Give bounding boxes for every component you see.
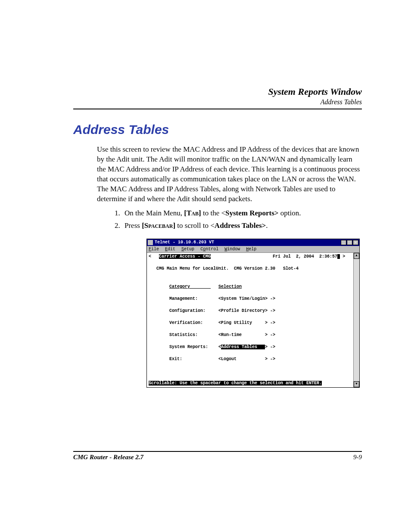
step-2-key: [Spacebar] bbox=[142, 221, 175, 230]
scroll-down-button[interactable]: ▼ bbox=[354, 381, 359, 387]
scroll-track[interactable] bbox=[354, 259, 359, 381]
intro-paragraph: Use this screen to review the MAC Addres… bbox=[97, 145, 362, 204]
step-1-post: option. bbox=[279, 209, 301, 217]
section-heading: Address Tables bbox=[73, 122, 362, 137]
page-footer: CMG Router - Release 2.7 9-9 bbox=[73, 451, 362, 461]
menu-edit[interactable]: Edit bbox=[165, 247, 175, 252]
page-header: System Reports Window Address Tables bbox=[73, 86, 362, 106]
menu-setup[interactable]: Setup bbox=[181, 247, 194, 252]
menu-help[interactable]: Help bbox=[246, 247, 256, 252]
header-rule bbox=[73, 109, 362, 109]
row-verification-sel[interactable]: <Ping Utility > -> bbox=[218, 320, 275, 325]
step-2-mid: to scroll to < bbox=[175, 221, 215, 230]
term-angle-r: > bbox=[340, 254, 345, 259]
row-statistics-sel[interactable]: <Run-time > -> bbox=[218, 333, 275, 337]
row-configuration-cat: Configuration: bbox=[169, 308, 206, 313]
header-title: System Reports Window bbox=[73, 86, 362, 97]
terminal-content[interactable]: < Carrier Access - CMG Fri Jul 2, 2004 2… bbox=[147, 253, 353, 387]
step-1-pre: On the Main Menu, bbox=[125, 209, 184, 217]
term-status: Scrollable: Use the spacebar to change t… bbox=[149, 381, 322, 386]
menu-control[interactable]: Control bbox=[200, 247, 218, 252]
step-2-pre: Press bbox=[125, 221, 142, 230]
col-category: Category bbox=[169, 284, 211, 289]
header-subtitle: Address Tables bbox=[73, 98, 362, 106]
term-angle-l: < bbox=[149, 254, 151, 259]
step-2-post: . bbox=[266, 221, 268, 230]
row-exit-sel[interactable]: <Logout > -> bbox=[218, 357, 275, 361]
row-management-cat: Management: bbox=[169, 296, 198, 301]
term-subhead: CMG Main Menu for LocalUnit. CMG Version… bbox=[149, 266, 299, 271]
row-systemreports-cat: System Reports: bbox=[169, 345, 208, 349]
step-2-opt: Address Tables> bbox=[215, 221, 266, 230]
row-exit-cat: Exit: bbox=[169, 357, 182, 361]
row-systemreports-hl[interactable]: Address Tables bbox=[221, 345, 265, 349]
footer-right: 9-9 bbox=[353, 454, 362, 461]
scrollbar[interactable]: ▲ ▼ bbox=[353, 253, 359, 387]
footer-rule bbox=[73, 451, 362, 452]
footer-left: CMG Router - Release 2.7 bbox=[73, 454, 143, 461]
step-2: Press [Spacebar] to scroll to <Address T… bbox=[122, 221, 362, 231]
step-1-key: [Tab] bbox=[184, 209, 201, 217]
row-systemreports-post[interactable]: > -> bbox=[265, 345, 275, 349]
minimize-button[interactable]: _ bbox=[341, 240, 346, 245]
close-button[interactable]: × bbox=[353, 240, 358, 245]
step-1-opt: System Reports> bbox=[225, 209, 278, 217]
menu-file[interactable]: File bbox=[149, 247, 159, 252]
term-top-hl: Carrier Access - CMG bbox=[159, 254, 211, 259]
scroll-up-button[interactable]: ▲ bbox=[354, 253, 359, 259]
row-management-sel[interactable]: <System Time/Login> -> bbox=[218, 296, 275, 301]
row-verification-cat: Verification: bbox=[169, 320, 203, 325]
app-icon bbox=[148, 240, 153, 245]
window-titlebar[interactable]: Telnet - 10.10.6.203 VT _ □ × bbox=[147, 239, 359, 246]
telnet-window: Telnet - 10.10.6.203 VT _ □ × File Edit … bbox=[146, 239, 360, 388]
term-datetime: Fri Jul 2, 2004 2:36:57 bbox=[273, 254, 337, 259]
menubar: File Edit Setup Control Window Help bbox=[147, 246, 359, 253]
row-statistics-cat: Statistics: bbox=[169, 333, 198, 337]
col-selection: Selection bbox=[218, 284, 242, 289]
steps-list: On the Main Menu, [Tab] to the <System R… bbox=[110, 208, 362, 231]
row-configuration-sel[interactable]: <Profile Directory> -> bbox=[218, 308, 275, 313]
menu-window[interactable]: Window bbox=[224, 247, 240, 252]
window-title: Telnet - 10.10.6.203 VT bbox=[155, 240, 341, 246]
step-1-mid: to the < bbox=[201, 209, 225, 217]
step-1: On the Main Menu, [Tab] to the <System R… bbox=[122, 208, 362, 218]
maximize-button[interactable]: □ bbox=[347, 240, 352, 245]
